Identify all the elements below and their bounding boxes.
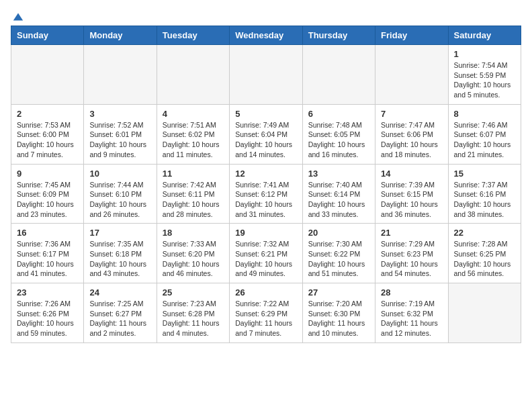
day-info: Sunrise: 7:48 AM Sunset: 6:05 PM Dayligh… [308,120,369,160]
day-info: Sunrise: 7:39 AM Sunset: 6:15 PM Dayligh… [381,180,442,220]
col-header-monday: Monday [84,26,157,45]
day-number: 25 [163,287,224,298]
day-number: 14 [381,169,442,179]
day-number: 2 [17,109,78,119]
day-number: 22 [454,228,515,238]
day-cell: 20Sunrise: 7:30 AM Sunset: 6:22 PM Dayli… [302,224,375,283]
logo [11,11,24,19]
day-number: 26 [235,287,296,298]
day-cell: 15Sunrise: 7:37 AM Sunset: 6:16 PM Dayli… [448,164,521,224]
day-number: 23 [17,287,78,298]
svg-marker-0 [13,13,23,21]
calendar-table: SundayMondayTuesdayWednesdayThursdayFrid… [11,26,521,343]
week-row-3: 9Sunrise: 7:45 AM Sunset: 6:09 PM Daylig… [11,164,521,224]
day-info: Sunrise: 7:37 AM Sunset: 6:16 PM Dayligh… [454,180,515,220]
week-row-2: 2Sunrise: 7:53 AM Sunset: 6:00 PM Daylig… [11,104,521,164]
day-number: 13 [308,169,369,179]
day-info: Sunrise: 7:45 AM Sunset: 6:09 PM Dayligh… [17,180,78,220]
col-header-thursday: Thursday [302,26,375,45]
day-cell: 24Sunrise: 7:25 AM Sunset: 6:27 PM Dayli… [84,283,157,343]
col-header-wednesday: Wednesday [230,26,302,45]
day-info: Sunrise: 7:54 AM Sunset: 5:59 PM Dayligh… [454,60,515,100]
day-info: Sunrise: 7:32 AM Sunset: 6:21 PM Dayligh… [235,239,296,279]
col-header-tuesday: Tuesday [157,26,229,45]
day-number: 4 [163,109,224,119]
day-number: 8 [454,109,515,119]
col-header-sunday: Sunday [11,26,84,45]
calendar-header-row: SundayMondayTuesdayWednesdayThursdayFrid… [11,26,521,45]
day-cell: 23Sunrise: 7:26 AM Sunset: 6:26 PM Dayli… [11,283,84,343]
day-info: Sunrise: 7:19 AM Sunset: 6:32 PM Dayligh… [381,299,442,338]
col-header-friday: Friday [375,26,448,45]
day-info: Sunrise: 7:30 AM Sunset: 6:22 PM Dayligh… [308,239,369,279]
day-info: Sunrise: 7:46 AM Sunset: 6:07 PM Dayligh… [454,120,515,160]
day-cell: 6Sunrise: 7:48 AM Sunset: 6:05 PM Daylig… [302,104,375,164]
day-cell: 1Sunrise: 7:54 AM Sunset: 5:59 PM Daylig… [448,45,521,105]
day-info: Sunrise: 7:23 AM Sunset: 6:28 PM Dayligh… [163,299,224,338]
day-info: Sunrise: 7:40 AM Sunset: 6:14 PM Dayligh… [308,180,369,220]
day-number: 19 [235,228,296,238]
day-info: Sunrise: 7:26 AM Sunset: 6:26 PM Dayligh… [17,299,78,338]
day-info: Sunrise: 7:33 AM Sunset: 6:20 PM Dayligh… [163,239,224,279]
col-header-saturday: Saturday [448,26,521,45]
day-cell: 27Sunrise: 7:20 AM Sunset: 6:30 PM Dayli… [302,283,375,343]
day-number: 17 [89,228,150,238]
day-info: Sunrise: 7:35 AM Sunset: 6:18 PM Dayligh… [89,239,150,279]
day-cell: 16Sunrise: 7:36 AM Sunset: 6:17 PM Dayli… [11,224,84,283]
day-cell: 18Sunrise: 7:33 AM Sunset: 6:20 PM Dayli… [157,224,229,283]
logo-icon [12,11,24,23]
day-cell [84,45,157,105]
week-row-1: 1Sunrise: 7:54 AM Sunset: 5:59 PM Daylig… [11,45,521,105]
day-number: 16 [17,228,78,238]
day-number: 15 [454,169,515,179]
day-info: Sunrise: 7:44 AM Sunset: 6:10 PM Dayligh… [89,180,150,220]
day-number: 1 [454,49,515,59]
day-cell: 9Sunrise: 7:45 AM Sunset: 6:09 PM Daylig… [11,164,84,224]
day-cell: 5Sunrise: 7:49 AM Sunset: 6:04 PM Daylig… [230,104,302,164]
day-cell: 4Sunrise: 7:51 AM Sunset: 6:02 PM Daylig… [157,104,229,164]
day-number: 18 [163,228,224,238]
day-cell: 11Sunrise: 7:42 AM Sunset: 6:11 PM Dayli… [157,164,229,224]
week-row-5: 23Sunrise: 7:26 AM Sunset: 6:26 PM Dayli… [11,283,521,343]
day-cell: 22Sunrise: 7:28 AM Sunset: 6:25 PM Dayli… [448,224,521,283]
day-cell: 7Sunrise: 7:47 AM Sunset: 6:06 PM Daylig… [375,104,448,164]
day-info: Sunrise: 7:25 AM Sunset: 6:27 PM Dayligh… [89,299,150,338]
day-cell: 2Sunrise: 7:53 AM Sunset: 6:00 PM Daylig… [11,104,84,164]
day-number: 10 [89,169,150,179]
day-cell: 14Sunrise: 7:39 AM Sunset: 6:15 PM Dayli… [375,164,448,224]
day-info: Sunrise: 7:41 AM Sunset: 6:12 PM Dayligh… [235,180,296,220]
day-number: 24 [89,287,150,298]
day-cell: 21Sunrise: 7:29 AM Sunset: 6:23 PM Dayli… [375,224,448,283]
day-cell [448,283,521,343]
day-number: 7 [381,109,442,119]
day-cell: 25Sunrise: 7:23 AM Sunset: 6:28 PM Dayli… [157,283,229,343]
day-cell: 3Sunrise: 7:52 AM Sunset: 6:01 PM Daylig… [84,104,157,164]
day-info: Sunrise: 7:47 AM Sunset: 6:06 PM Dayligh… [381,120,442,160]
day-cell: 13Sunrise: 7:40 AM Sunset: 6:14 PM Dayli… [302,164,375,224]
page-header [11,11,521,19]
day-cell: 10Sunrise: 7:44 AM Sunset: 6:10 PM Dayli… [84,164,157,224]
day-cell: 26Sunrise: 7:22 AM Sunset: 6:29 PM Dayli… [230,283,302,343]
day-info: Sunrise: 7:28 AM Sunset: 6:25 PM Dayligh… [454,239,515,279]
day-cell [11,45,84,105]
day-cell [230,45,302,105]
day-number: 21 [381,228,442,238]
day-cell [157,45,229,105]
day-number: 20 [308,228,369,238]
day-info: Sunrise: 7:51 AM Sunset: 6:02 PM Dayligh… [163,120,224,160]
day-info: Sunrise: 7:36 AM Sunset: 6:17 PM Dayligh… [17,239,78,279]
day-cell: 17Sunrise: 7:35 AM Sunset: 6:18 PM Dayli… [84,224,157,283]
day-info: Sunrise: 7:49 AM Sunset: 6:04 PM Dayligh… [235,120,296,160]
day-cell: 12Sunrise: 7:41 AM Sunset: 6:12 PM Dayli… [230,164,302,224]
day-number: 9 [17,169,78,179]
day-info: Sunrise: 7:52 AM Sunset: 6:01 PM Dayligh… [89,120,150,160]
day-info: Sunrise: 7:22 AM Sunset: 6:29 PM Dayligh… [235,299,296,338]
day-cell: 8Sunrise: 7:46 AM Sunset: 6:07 PM Daylig… [448,104,521,164]
day-number: 6 [308,109,369,119]
day-cell [375,45,448,105]
day-info: Sunrise: 7:20 AM Sunset: 6:30 PM Dayligh… [308,299,369,338]
day-cell: 28Sunrise: 7:19 AM Sunset: 6:32 PM Dayli… [375,283,448,343]
day-info: Sunrise: 7:42 AM Sunset: 6:11 PM Dayligh… [163,180,224,220]
week-row-4: 16Sunrise: 7:36 AM Sunset: 6:17 PM Dayli… [11,224,521,283]
day-number: 3 [89,109,150,119]
